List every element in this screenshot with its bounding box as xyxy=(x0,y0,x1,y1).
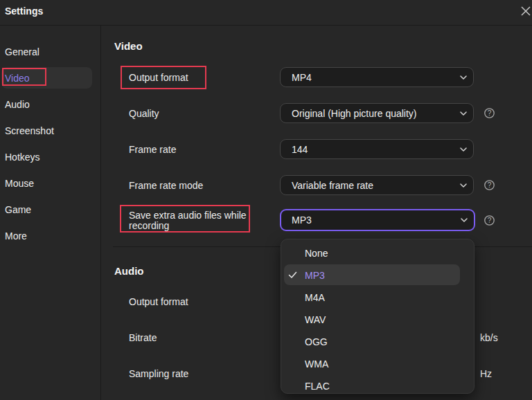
svg-text:?: ? xyxy=(488,109,492,117)
svg-text:?: ? xyxy=(488,217,492,224)
svg-text:?: ? xyxy=(488,181,492,189)
